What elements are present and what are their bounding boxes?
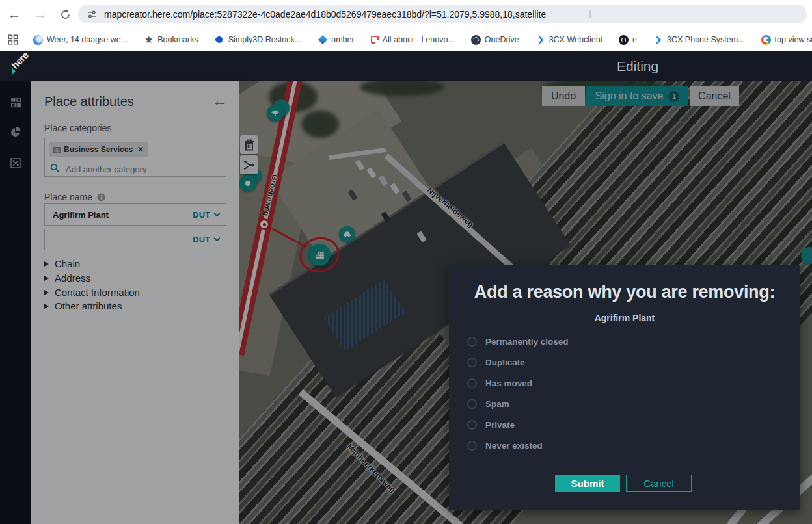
radio-icon[interactable] [467,420,477,430]
weather-icon [33,35,43,45]
option-permanently-closed[interactable]: Permanently closed [467,337,569,347]
divider [25,34,25,46]
bookmark-3cx-phone[interactable]: 3CX Phone System... [653,35,745,45]
google-icon [761,35,771,45]
apps-grid-icon[interactable] [8,34,18,45]
cancel-button[interactable]: Cancel [626,475,692,492]
bookmark-amber[interactable]: amber [318,35,354,45]
here-logo[interactable]: here [9,49,31,71]
bookmarks-bar: Weer, 14 daagse we... Bookmarks Simply3D… [0,29,812,51]
droplet-icon [215,35,224,45]
option-has-moved[interactable]: Has moved [467,378,532,388]
star-icon [144,35,154,45]
bookmark-e[interactable]: e [619,35,637,45]
dialog-place-name: Agrifirm Plant [449,313,800,323]
page-title: Editing [617,59,658,74]
bookmark-suzuki[interactable]: top view suzuki mar... [761,35,812,45]
option-duplicate[interactable]: Duplicate [467,358,525,367]
globe-icon [471,35,481,45]
remove-reason-dialog: Add a reason why you are removing: Agrif… [449,265,800,510]
radio-icon[interactable] [467,337,477,347]
bookmark-bookmarks[interactable]: Bookmarks [144,35,198,45]
badge-icon [619,35,629,45]
chevron-icon [535,35,545,45]
bookmark-weer[interactable]: Weer, 14 daagse we... [33,35,128,45]
chevron-icon [653,35,663,45]
url-input[interactable] [103,8,798,20]
url-bar[interactable] [78,5,807,23]
site-settings-icon[interactable] [87,10,96,19]
app-window: I Weer, 14 daagse we... Bookmarks Simply… [0,0,812,524]
back-icon[interactable] [5,5,23,23]
option-never-existed[interactable]: Never existed [467,441,543,451]
browser-toolbar: I [0,0,812,29]
reload-icon[interactable] [56,5,74,23]
text-cursor: I [588,8,592,20]
bookmark-onedrive[interactable]: OneDrive [471,35,519,45]
diamond-icon [318,35,327,45]
radio-icon[interactable] [467,378,477,388]
radio-icon[interactable] [467,441,477,451]
frame-icon [371,36,379,44]
bookmark-simply3d[interactable]: Simply3D Rostock... [215,35,302,45]
here-topbar: here Editing [0,51,812,81]
submit-button[interactable]: Submit [555,475,620,492]
bookmark-3cx-webclient[interactable]: 3CX Webclient [535,35,602,45]
dialog-title: Add a reason why you are removing: [449,282,800,302]
bookmark-lenovo[interactable]: All about - Lenovo... [371,35,455,44]
forward-icon[interactable] [31,5,49,23]
option-private[interactable]: Private [467,420,515,430]
radio-icon[interactable] [467,399,477,409]
radio-icon[interactable] [467,358,477,367]
option-spam[interactable]: Spam [467,399,509,409]
